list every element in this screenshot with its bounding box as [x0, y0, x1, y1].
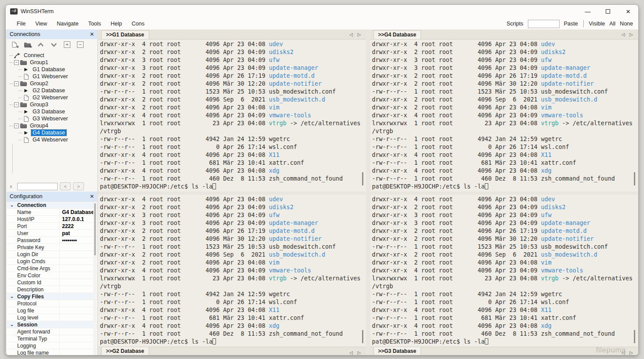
property-row-logging[interactable]: Logging — [7, 342, 97, 349]
property-row-description[interactable]: Description — [7, 286, 97, 293]
property-row-host-ip[interactable]: Host/IP127.0.0.1 — [7, 216, 97, 223]
collapse-expander-icon[interactable]: − — [14, 102, 19, 107]
move-up-icon[interactable] — [37, 41, 44, 48]
property-value[interactable] — [59, 258, 97, 265]
menu-navigate[interactable]: Navigate — [52, 19, 83, 28]
property-row-private-key[interactable]: Private Key — [7, 244, 97, 251]
property-section-copy-files[interactable]: ⌄Copy Files — [7, 293, 97, 300]
property-row-log-level[interactable]: Log level — [7, 314, 97, 321]
tree-item-g2-database[interactable]: ▶G2 Database — [7, 87, 97, 94]
property-value[interactable] — [59, 342, 97, 349]
new-group-icon[interactable]: + — [24, 41, 31, 48]
vertical-scrollbar[interactable] — [634, 330, 635, 343]
tree-item-g1-database[interactable]: ▶G1 Database — [7, 66, 97, 73]
tree-item-g3-webserver[interactable]: G3 Webserver — [7, 115, 97, 122]
terminal-output-g1[interactable]: drwxr-xr-x 4 root root 4096 Apr 23 04:08… — [98, 40, 366, 192]
property-value[interactable] — [59, 244, 97, 250]
property-row-log-file[interactable]: Log file — [7, 307, 97, 314]
tree-item-g2-webserver[interactable]: G2 Webserver — [7, 94, 97, 101]
property-section-connection[interactable]: ⌄Connection — [7, 202, 97, 209]
maximize-button[interactable] — [598, 5, 618, 18]
chevron-down-icon[interactable]: ⌄ — [7, 322, 17, 327]
property-value[interactable] — [59, 328, 97, 335]
property-value[interactable] — [59, 307, 97, 314]
property-value[interactable]: •••••••• — [59, 237, 97, 243]
property-row-protocol[interactable]: Protocol — [7, 300, 97, 307]
move-down-icon[interactable] — [50, 41, 58, 48]
tree-item-group1[interactable]: −Group1 — [7, 59, 97, 66]
property-row-password[interactable]: Password•••••••• — [7, 237, 97, 244]
vertical-scrollbar[interactable] — [93, 202, 97, 355]
tab-g4-database[interactable]: >>G4 Database — [373, 30, 421, 39]
menu-file[interactable]: File — [12, 19, 30, 28]
property-value[interactable]: pat — [59, 230, 97, 236]
property-row-log-file-name[interactable]: Log file name — [7, 349, 97, 355]
new-session-icon[interactable]: + — [11, 41, 18, 48]
terminal-output-g4[interactable]: drwxr-xr-x 4 root root 4096 Apr 23 04:08… — [370, 40, 638, 192]
property-value[interactable] — [59, 349, 97, 355]
menu-tools[interactable]: Tools — [83, 19, 106, 28]
close-icon[interactable]: ✕ — [90, 31, 94, 37]
property-section-session[interactable]: ⌄Session — [7, 321, 97, 328]
property-value[interactable] — [59, 314, 97, 321]
property-value[interactable] — [59, 286, 97, 293]
tree-item-g4-webserver[interactable]: G4 Webserver — [7, 136, 97, 143]
vertical-scrollbar[interactable] — [634, 172, 635, 185]
property-value[interactable] — [59, 272, 97, 279]
tree-item-group3[interactable]: −Group3 — [7, 101, 97, 108]
collapse-expander-icon[interactable]: − — [14, 60, 19, 65]
tab-scroll-arrows[interactable]: ◁ ▷ — [622, 350, 635, 355]
property-row-terminal-typ[interactable]: Terminal Typ — [7, 335, 97, 342]
collapse-all-icon[interactable]: − — [77, 41, 84, 48]
close-icon[interactable]: ✕ — [90, 193, 94, 199]
property-value[interactable]: 127.0.0.1 — [59, 216, 97, 222]
tree-item-group4[interactable]: −Group4 — [7, 122, 97, 129]
scrollbar-thumb[interactable] — [94, 203, 96, 255]
tree-item-g4-database[interactable]: ▶G4 Database — [7, 129, 97, 136]
property-row-cmd-line-args[interactable]: Cmd-line Args — [7, 265, 97, 272]
all-button[interactable]: All — [609, 21, 615, 27]
close-button[interactable]: ✕ — [618, 5, 638, 18]
collapse-expander-icon[interactable]: − — [14, 81, 19, 86]
none-button[interactable]: None — [620, 21, 633, 27]
vertical-scrollbar[interactable] — [362, 172, 363, 185]
terminal-output-g3[interactable]: drwxr-xr-x 4 root root 4096 Apr 23 04:08… — [370, 195, 638, 347]
chevron-down-icon[interactable]: ⌄ — [7, 294, 17, 299]
visible-button[interactable]: Visible — [589, 21, 605, 27]
collapse-expander-icon[interactable]: − — [14, 123, 19, 128]
minimize-button[interactable]: — — [578, 5, 598, 18]
scripts-input[interactable] — [528, 20, 560, 28]
paste-button[interactable]: Paste — [564, 21, 578, 27]
tab-scroll-arrows[interactable]: ◁ ▷ — [349, 32, 362, 37]
menu-help[interactable]: Help — [106, 19, 127, 28]
tab-scroll-arrows[interactable]: ◁ ▷ — [622, 32, 635, 37]
property-value[interactable]: G4 Database — [59, 209, 97, 215]
search-prev-button[interactable]: < — [60, 182, 71, 190]
tree-item-group2[interactable]: −Group2 — [7, 80, 97, 87]
terminal-output-g2[interactable]: drwxr-xr-x 4 root root 4096 Apr 23 04:08… — [98, 195, 366, 347]
property-row-login-cmds[interactable]: Login Cmds — [7, 258, 97, 265]
expand-all-icon[interactable]: + — [63, 41, 71, 48]
property-value[interactable] — [59, 265, 97, 272]
tree-item-g3-database[interactable]: ▶G3 Database — [7, 108, 97, 115]
menu-view[interactable]: View — [30, 19, 52, 28]
property-row-env-color[interactable]: Env Color — [7, 272, 97, 279]
chevron-down-icon[interactable]: ⌄ — [7, 203, 17, 207]
tab-g3-database[interactable]: >>G3 Database — [373, 347, 421, 355]
property-row-custom-id[interactable]: Custom Id — [7, 279, 97, 286]
tab-g1-database[interactable]: >>G1 Database — [101, 30, 149, 39]
property-value[interactable] — [59, 335, 97, 342]
tree-search-input[interactable] — [17, 183, 58, 190]
menu-cons[interactable]: Cons — [127, 19, 149, 28]
property-value[interactable] — [59, 279, 97, 286]
tab-scroll-arrows[interactable]: ◁ ▷ — [349, 350, 362, 355]
property-row-name[interactable]: NameG4 Database — [7, 209, 97, 216]
search-next-button[interactable]: > — [73, 182, 84, 190]
tree-item-g1-webserver[interactable]: G1 Webserver — [7, 73, 97, 80]
property-row-port[interactable]: Port2222 — [7, 223, 97, 230]
tab-g2-database[interactable]: >>G2 Database — [101, 347, 149, 355]
property-row-agent-forward[interactable]: Agent forward — [7, 328, 97, 335]
property-value[interactable]: 2222 — [59, 223, 97, 229]
property-value[interactable] — [59, 251, 97, 257]
property-row-user[interactable]: Userpat — [7, 230, 97, 237]
